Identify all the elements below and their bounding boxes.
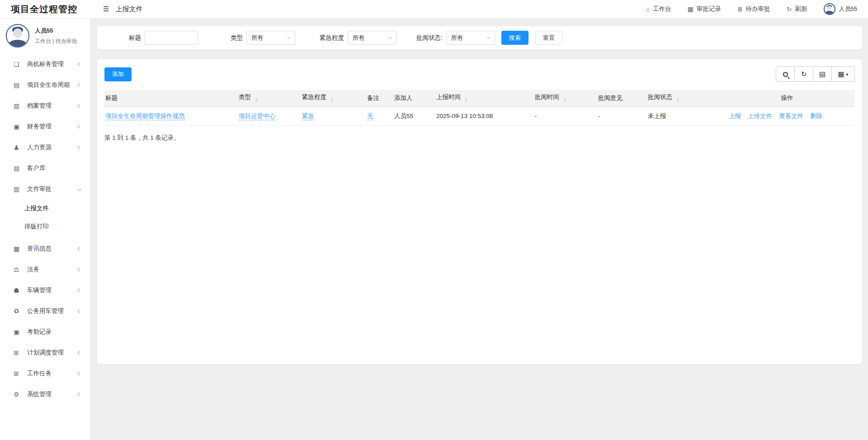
nav-item-label: 刷新 bbox=[795, 5, 807, 13]
cell-title: 项目全生命周期管理操作规范 bbox=[104, 107, 238, 125]
table-refresh-button[interactable]: ↻ bbox=[794, 66, 813, 82]
cell-link-type[interactable]: 项目运管中心 bbox=[239, 113, 275, 120]
chevron-left-icon bbox=[78, 62, 81, 66]
nav-item-approval-records[interactable]: ▦审批记录 bbox=[688, 5, 721, 13]
sidebar-item-work-tasks[interactable]: ⊞工作任务 bbox=[0, 363, 90, 384]
main-content: 标题 类型 所有 紧急程度 所有 批阅状态: 所有 搜索 重置 添加 bbox=[90, 19, 868, 440]
search-button[interactable]: 搜索 bbox=[501, 31, 528, 45]
sidebar-item-vehicle-management[interactable]: ☗车辆管理 bbox=[0, 280, 90, 301]
column-header-label: 操作 bbox=[781, 95, 793, 101]
cell-review-opinion: - bbox=[597, 107, 647, 125]
column-header-review-time[interactable]: 批阅时间▲▼ bbox=[534, 90, 597, 107]
sort-desc-arrow: ▼ bbox=[255, 100, 258, 103]
sidebar-item-system-management[interactable]: ⚙系统管理 bbox=[0, 384, 90, 405]
sidebar-item-project-lifecycle[interactable]: ▤项目全生命周期 bbox=[0, 75, 90, 95]
cell-type: 项目运管中心 bbox=[238, 107, 301, 125]
title-filter-input[interactable] bbox=[145, 31, 198, 45]
column-header-remark: 备注 bbox=[366, 90, 393, 107]
urgency-filter-select[interactable]: 所有 bbox=[348, 31, 396, 45]
table-row: 项目全生命周期管理操作规范项目运管中心紧急无人员552025-09-13 10:… bbox=[104, 107, 855, 125]
address-card-icon: ▤ bbox=[14, 81, 27, 89]
columns-button[interactable]: ▦ ▾ bbox=[831, 66, 855, 82]
sidebar-item-label: 公务用车管理 bbox=[27, 307, 78, 315]
urgency-filter-value: 所有 bbox=[353, 34, 364, 42]
submenu-item-layout-printing[interactable]: 排版打印 bbox=[0, 218, 90, 236]
newspaper-icon: ▦ bbox=[14, 245, 27, 252]
column-header-review-opinion: 批阅意见 bbox=[597, 90, 647, 107]
nav-item-pending-approvals[interactable]: ≣待办审批 bbox=[737, 5, 770, 13]
sidebar-item-attendance-records[interactable]: ▣考勤记录 bbox=[0, 322, 90, 342]
action-upload-file[interactable]: 上传文件 bbox=[748, 112, 772, 120]
calendar-icon: ▦ bbox=[688, 5, 693, 13]
cell-urgency: 紧急 bbox=[301, 107, 366, 125]
sidebar-item-legal[interactable]: ⚖法务 bbox=[0, 259, 90, 280]
action-report[interactable]: 上报 bbox=[729, 112, 741, 120]
pagination-summary: 第 1 到 1 条，共 1 条记录。 bbox=[104, 134, 855, 142]
column-header-report-time[interactable]: 上报时间▲▼ bbox=[435, 90, 534, 107]
sidebar-item-business-bidding[interactable]: ❏商机标务管理 bbox=[0, 54, 90, 75]
sidebar-item-document-approval[interactable]: ▥文件审批 bbox=[0, 179, 90, 199]
barcode-icon: ▥ bbox=[14, 102, 27, 109]
nav-item-label: 审批记录 bbox=[697, 5, 721, 13]
caret-down-icon: ▾ bbox=[846, 72, 849, 77]
cell-link-remark[interactable]: 无 bbox=[367, 113, 373, 120]
column-header-label: 上报时间 bbox=[436, 94, 461, 100]
documents-table: 标题类型▲▼紧急程度▲▼备注添加人上报时间▲▼批阅时间▲▼批阅意见批阅状态▲▼操… bbox=[104, 90, 855, 126]
cell-actions: 上报上传文件查看文件删除 bbox=[719, 107, 855, 125]
chevron-left-icon bbox=[78, 393, 81, 396]
sidebar-item-archive-management[interactable]: ▥档案管理 bbox=[0, 95, 90, 116]
cell-link-urgency[interactable]: 紧急 bbox=[302, 113, 314, 120]
topbar-user[interactable]: 人员55 bbox=[824, 3, 857, 15]
sidebar-item-official-vehicle-management[interactable]: ♻公务用车管理 bbox=[0, 301, 90, 322]
column-header-label: 标题 bbox=[105, 95, 118, 101]
column-header-title: 标题 bbox=[104, 90, 238, 107]
sidebar-item-label: 项目全生命周期 bbox=[27, 81, 78, 89]
sort-icon: ▲▼ bbox=[465, 98, 468, 103]
chevron-left-icon bbox=[78, 83, 81, 87]
chevron-left-icon bbox=[78, 268, 81, 271]
sidebar-item-customer-library[interactable]: ▤客户库 bbox=[0, 158, 90, 179]
column-header-label: 类型 bbox=[239, 94, 251, 100]
chevron-left-icon bbox=[78, 309, 81, 313]
topbar-nav: ⌂工作台▦审批记录≣待办审批↻刷新 bbox=[646, 5, 824, 13]
column-header-review-status[interactable]: 批阅状态▲▼ bbox=[647, 90, 719, 107]
columns-grid-icon: ▦ bbox=[838, 70, 844, 78]
submenu-item-report-documents[interactable]: 上报文件 bbox=[0, 199, 90, 218]
user-avatar bbox=[824, 3, 835, 15]
table-search-button[interactable] bbox=[776, 66, 795, 82]
action-view-file[interactable]: 查看文件 bbox=[779, 112, 803, 120]
table-toolbar: 添加 ↻ ▤ ▦ ▾ bbox=[104, 66, 855, 82]
hamburger-menu-icon[interactable]: ☰ bbox=[103, 5, 109, 13]
sidebar-item-finance-management[interactable]: ▣财务管理 bbox=[0, 116, 90, 137]
column-header-label: 紧急程度 bbox=[302, 94, 326, 100]
type-filter-select[interactable]: 所有 bbox=[246, 31, 295, 45]
action-delete[interactable]: 删除 bbox=[810, 112, 822, 120]
add-button[interactable]: 添加 bbox=[104, 67, 132, 81]
sidebar-item-human-resources[interactable]: ♟人力资源 bbox=[0, 137, 90, 158]
nav-item-refresh[interactable]: ↻刷新 bbox=[787, 5, 807, 13]
sidebar-item-label: 文件审批 bbox=[27, 185, 78, 193]
toggle-view-button[interactable]: ▤ bbox=[813, 66, 832, 82]
sort-icon: ▲▼ bbox=[676, 98, 679, 103]
table-view-controls: ↻ ▤ ▦ ▾ bbox=[776, 66, 855, 82]
cell-link-title[interactable]: 项目全生命周期管理操作规范 bbox=[105, 113, 185, 120]
sidebar-item-schedule-management[interactable]: ⊞计划调度管理 bbox=[0, 342, 90, 363]
chevron-left-icon bbox=[78, 247, 81, 251]
urgency-filter-label: 紧急程度 bbox=[320, 34, 344, 42]
sidebar-item-label: 财务管理 bbox=[27, 123, 78, 131]
nav-item-workbench[interactable]: ⌂工作台 bbox=[646, 5, 671, 13]
sidebar-item-label: 资讯信息 bbox=[27, 245, 78, 253]
sidebar-item-label: 系统管理 bbox=[27, 390, 78, 398]
sidebar-item-information[interactable]: ▦资讯信息 bbox=[0, 238, 90, 259]
profile-links[interactable]: 工作台 | 待办审批 bbox=[35, 38, 77, 45]
column-header-type[interactable]: 类型▲▼ bbox=[238, 90, 301, 107]
column-header-urgency[interactable]: 紧急程度▲▼ bbox=[301, 90, 366, 107]
column-header-label: 备注 bbox=[367, 95, 379, 101]
status-filter-select[interactable]: 所有 bbox=[446, 31, 495, 45]
list-view-icon: ▤ bbox=[819, 70, 826, 78]
page-title: 上报文件 bbox=[115, 5, 142, 14]
reset-button[interactable]: 重置 bbox=[535, 31, 562, 45]
sidebar-item-label: 法务 bbox=[27, 265, 78, 274]
search-icon bbox=[783, 72, 788, 77]
chevron-down-icon bbox=[487, 35, 491, 39]
